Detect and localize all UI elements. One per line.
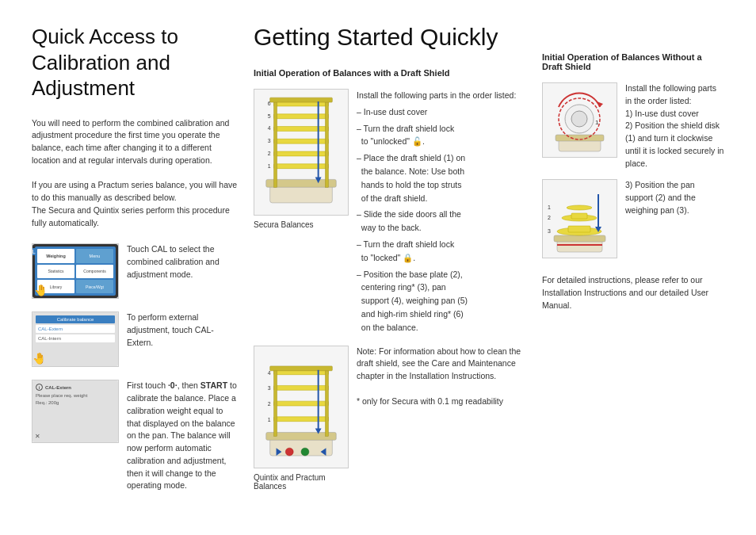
svg-point-53 [567, 205, 592, 210]
svg-text:1: 1 [268, 163, 271, 169]
svg-rect-2 [274, 164, 329, 169]
svg-text:5: 5 [268, 113, 271, 119]
draft-shield-section: Initial Operation of Balances with a Dra… [254, 68, 534, 491]
no-shield-image-2: 3 2 1 [542, 179, 617, 258]
step-block-3: i CAL-Extern Please place req. weight Re… [32, 380, 238, 492]
svg-point-43 [571, 111, 587, 127]
secura-step-3: – Place the draft shield (1) on the bala… [357, 151, 516, 204]
svg-text:3: 3 [268, 138, 271, 143]
svg-text:4: 4 [268, 125, 271, 131]
svg-rect-22 [274, 401, 329, 406]
quintix-notes: Note: For information about how to clean… [357, 346, 534, 491]
step-text-3: First touch ·0·, then START to calibrate… [127, 380, 238, 492]
no-shield-step3: 3) Position the pan support (2) and the … [625, 179, 724, 258]
quintix-image: 1 2 3 4 [254, 346, 349, 491]
svg-text:2: 2 [268, 151, 271, 156]
svg-rect-50 [568, 226, 590, 232]
left-title: Quick Access to Calibration and Adjustme… [32, 24, 238, 101]
far-right-column: Initial Operation of Balances Without a … [542, 24, 724, 505]
svg-rect-40 [556, 135, 604, 141]
svg-rect-9 [325, 101, 328, 187]
step-image-2: Calibrate balance CAL-Extern CAL-Intern … [32, 311, 119, 367]
main-title: Getting Started Quickly [254, 24, 534, 51]
svg-text:4: 4 [268, 369, 271, 375]
svg-rect-23 [274, 385, 329, 390]
svg-rect-3 [274, 151, 329, 156]
svg-rect-25 [274, 369, 277, 436]
secura-image: 1 2 3 4 5 6 Secura Balances [254, 89, 349, 338]
note-header: Note: For information about how to clean… [357, 346, 534, 383]
step-text-2: To perform external adjustment, touch CA… [127, 311, 238, 349]
left-body: You will need to perform the combined ca… [32, 117, 238, 230]
no-shield-top: 1 Install the following parts in the ord… [542, 82, 724, 170]
svg-text:1: 1 [595, 119, 599, 126]
svg-rect-27 [270, 365, 333, 370]
secura-step-2: – Turn the draft shield lock to "unlocke… [357, 122, 516, 149]
step-image-1: Weighing Menu Statistics Components Libr… [32, 243, 119, 299]
secura-instructions: Install the following parts in the order… [357, 89, 516, 338]
secura-step-6: – Position the base plate (2), centering… [357, 268, 516, 334]
svg-rect-26 [325, 369, 328, 436]
secura-intro: Install the following parts in the order… [357, 89, 516, 102]
svg-text:3: 3 [268, 385, 271, 391]
svg-text:1: 1 [268, 416, 271, 422]
svg-text:6: 6 [268, 101, 271, 106]
right-subtitle: Initial Operation of Balances Without a … [542, 52, 724, 71]
step-text-1: Touch CAL to select the combined calibra… [127, 243, 238, 281]
svg-rect-6 [274, 114, 329, 119]
asterisk-note: * only for Secura with 0.1 mg readabilit… [357, 396, 534, 408]
svg-rect-52 [571, 213, 587, 219]
page-layout: Quick Access to Calibration and Adjustme… [32, 24, 724, 505]
svg-rect-48 [554, 235, 605, 242]
right-column: Getting Started Quickly Initial Operatio… [254, 24, 724, 505]
no-shield-instructions: Install the following parts in the order… [625, 82, 724, 170]
svg-rect-4 [274, 139, 329, 143]
svg-rect-8 [274, 101, 277, 187]
svg-text:1: 1 [548, 204, 551, 210]
svg-rect-5 [274, 127, 329, 132]
note-label: Note: [357, 346, 376, 356]
svg-rect-21 [274, 416, 329, 421]
no-shield-image-1: 1 [542, 82, 617, 158]
svg-point-34 [285, 448, 293, 456]
step-block-1: Weighing Menu Statistics Components Libr… [32, 243, 238, 299]
svg-point-35 [301, 448, 309, 456]
step-image-3: i CAL-Extern Please place req. weight Re… [32, 380, 119, 443]
secura-step-1: – In-use dust cover [357, 105, 516, 119]
secura-step-4: – Slide the side doors all the way to th… [357, 208, 516, 235]
svg-text:2: 2 [548, 215, 551, 220]
step-block-2: Calibrate balance CAL-Extern CAL-Intern … [32, 311, 238, 367]
left-column: Quick Access to Calibration and Adjustme… [32, 24, 254, 505]
quintix-section: 1 2 3 4 [254, 346, 534, 491]
footer-note: For detailed instructions, please refer … [542, 274, 724, 311]
quintix-caption: Quintix and Practum Balances [254, 473, 349, 491]
svg-text:3: 3 [548, 228, 551, 234]
secura-step-5: – Turn the draft shield lock to "locked"… [357, 238, 516, 265]
secura-section: 1 2 3 4 5 6 Secura Balances [254, 89, 534, 338]
svg-text:2: 2 [268, 401, 271, 407]
no-shield-bottom: 3 2 1 3) Position the pan support (2) an… [542, 179, 724, 258]
main-content: Getting Started Quickly Initial Operatio… [254, 24, 542, 505]
left-subtitle: Initial Operation of Balances with a Dra… [254, 68, 534, 78]
secura-caption: Secura Balances [254, 220, 349, 229]
svg-rect-10 [270, 97, 333, 102]
